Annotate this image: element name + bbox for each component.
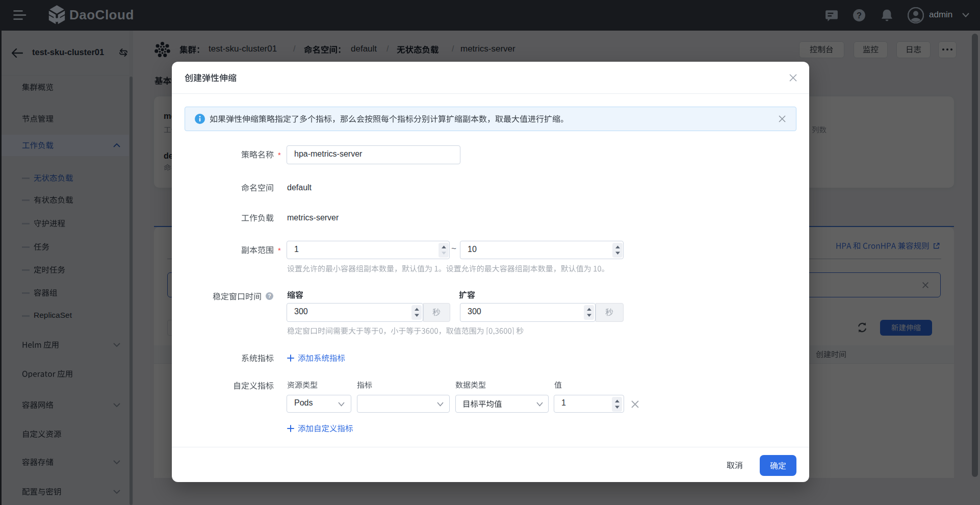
svg-text:?: ?	[268, 293, 271, 299]
svg-text:?: ?	[857, 11, 862, 20]
